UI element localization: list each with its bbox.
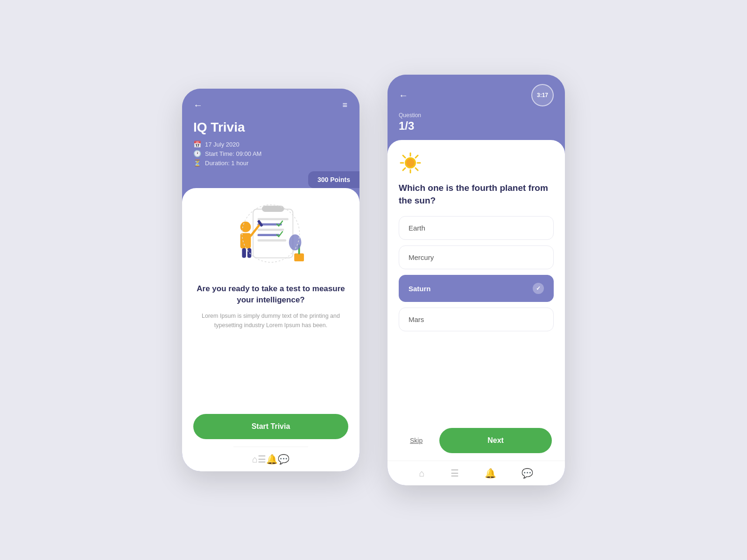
content-card-2: Which one is the fourth planet from the … [388, 140, 565, 485]
svg-rect-6 [258, 239, 287, 241]
svg-rect-4 [258, 228, 284, 231]
skip-button[interactable]: Skip [401, 431, 432, 450]
points-badge: 300 Points [308, 171, 359, 188]
start-time-text: Start Time: 09:00 AM [205, 150, 261, 157]
screens-container: ← ≡ IQ Trivia 📅 17 July 2020 🕐 Start Tim… [0, 0, 747, 560]
svg-rect-0 [253, 209, 293, 258]
svg-point-18 [406, 159, 415, 167]
svg-rect-2 [258, 218, 289, 220]
answer-option-mars[interactable]: Mars [399, 308, 554, 331]
svg-rect-5 [258, 234, 280, 236]
content-card-1: Are you ready to take a test to measure … [182, 188, 359, 471]
duration-text: Duration: 1 hour [205, 160, 248, 167]
nav-bell-icon-2[interactable]: 🔔 [485, 468, 496, 479]
hourglass-icon: ⏳ [193, 159, 201, 167]
svg-rect-8 [240, 233, 251, 248]
calendar-icon: 📅 [193, 140, 201, 148]
answer-option-mercury[interactable]: Mercury [399, 245, 554, 269]
svg-rect-13 [294, 253, 304, 261]
nav-home-icon-1[interactable]: ⌂ [252, 454, 258, 465]
nav-chat-icon-1[interactable]: 💬 [278, 454, 289, 465]
menu-icon-1[interactable]: ≡ [342, 100, 348, 110]
answer-option-saturn[interactable]: Saturn ✓ [399, 275, 554, 302]
selected-check-icon: ✓ [533, 283, 544, 294]
card-sub-text: Lorem Ipsum is simply dummy text of the … [193, 311, 348, 330]
illustration-area [229, 199, 313, 274]
bottom-actions: Skip Next [399, 420, 554, 457]
phone-screen-2: ← 3:17 Question 1/3 Which one is th [388, 75, 565, 485]
svg-line-24 [416, 168, 418, 170]
nav-doc-icon-1[interactable]: ☰ [258, 454, 266, 465]
answer-label-mercury: Mercury [409, 253, 434, 261]
svg-rect-11 [242, 248, 246, 258]
svg-line-23 [403, 155, 405, 158]
top-bar-2: ← 3:17 [399, 84, 554, 106]
svg-line-26 [403, 168, 405, 170]
svg-point-15 [289, 234, 302, 250]
back-button-2[interactable]: ← [399, 90, 408, 101]
duration-row: ⏳ Duration: 1 hour [193, 159, 348, 167]
nav-doc-icon-2[interactable]: ☰ [451, 468, 459, 479]
answer-label-mars: Mars [409, 315, 424, 323]
svg-line-25 [416, 155, 418, 158]
answer-label-saturn: Saturn [409, 285, 431, 293]
back-button-1[interactable]: ← [193, 100, 203, 111]
question-number: 1/3 [399, 119, 554, 133]
question-text: Which one is the fourth planet from the … [399, 182, 554, 207]
nav-chat-icon-2[interactable]: 💬 [521, 468, 533, 479]
clock-icon: 🕐 [193, 150, 201, 157]
header-section-1: ← ≡ IQ Trivia 📅 17 July 2020 🕐 Start Tim… [182, 89, 359, 181]
timer-display: 3:17 [531, 84, 554, 106]
meta-info: 📅 17 July 2020 🕐 Start Time: 09:00 AM ⏳ … [193, 140, 348, 167]
date-row: 📅 17 July 2020 [193, 140, 348, 148]
bottom-nav-1: ⌂ ☰ 🔔 💬 [233, 447, 308, 471]
next-button[interactable]: Next [439, 428, 552, 453]
start-trivia-button[interactable]: Start Trivia [193, 414, 348, 439]
answer-option-earth[interactable]: Earth [399, 216, 554, 240]
illustration-svg [229, 198, 313, 275]
nav-home-icon-2[interactable]: ⌂ [419, 468, 424, 479]
sun-icon [399, 151, 422, 175]
phone-screen-1: ← ≡ IQ Trivia 📅 17 July 2020 🕐 Start Tim… [182, 89, 359, 471]
answer-label-earth: Earth [409, 224, 425, 232]
date-text: 17 July 2020 [205, 141, 240, 148]
page-title-1: IQ Trivia [193, 120, 348, 135]
header-section-2: ← 3:17 Question 1/3 [388, 75, 565, 140]
top-bar-1: ← ≡ [193, 100, 348, 111]
answer-options: Earth Mercury Saturn ✓ Mars [399, 216, 554, 420]
time-row: 🕐 Start Time: 09:00 AM [193, 150, 348, 157]
card-main-text: Are you ready to take a test to measure … [193, 283, 348, 306]
question-label: Question [399, 112, 554, 119]
bottom-nav-2: ⌂ ☰ 🔔 💬 [388, 461, 565, 485]
nav-bell-icon-1[interactable]: 🔔 [266, 454, 278, 465]
svg-rect-12 [247, 248, 252, 258]
